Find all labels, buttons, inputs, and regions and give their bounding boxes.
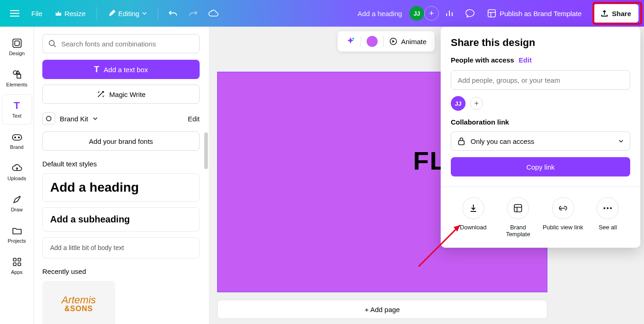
recent-font-thumbnail[interactable]: Artemis &SONS <box>42 281 115 324</box>
side-rail: Design Elements TText Brand Uploads Draw… <box>0 27 34 324</box>
rail-text[interactable]: TText <box>2 95 32 124</box>
divider <box>441 187 640 187</box>
share-button[interactable]: Share <box>593 4 638 23</box>
upload-icon <box>601 10 608 17</box>
animate-button[interactable]: Animate <box>384 31 432 51</box>
action-label: Brand Template <box>497 224 539 238</box>
folder-icon <box>12 227 22 235</box>
template-icon <box>514 204 522 212</box>
canvas-toolbar: Animate <box>338 31 435 51</box>
magic-write-button[interactable]: Magic Write <box>42 85 200 104</box>
rail-apps[interactable]: Apps <box>2 251 32 280</box>
svg-rect-0 <box>488 10 495 17</box>
rail-design[interactable]: Design <box>2 32 32 62</box>
add-body-style[interactable]: Add a little bit of body text <box>42 237 200 258</box>
file-menu[interactable]: File <box>26 4 48 23</box>
svg-rect-10 <box>13 263 16 266</box>
comments-button[interactable] <box>461 4 479 23</box>
scrollbar-thumb[interactable] <box>204 132 208 169</box>
search-input[interactable]: Search fonts and combinations <box>42 34 200 53</box>
insights-button[interactable] <box>441 4 459 23</box>
add-page-button[interactable]: + Add page <box>217 300 547 319</box>
magic-icon <box>97 90 105 98</box>
brand-template-action[interactable]: Brand Template <box>497 197 539 238</box>
search-icon <box>48 40 57 48</box>
add-member-button[interactable]: + <box>424 6 439 21</box>
undo-icon <box>168 10 178 17</box>
copy-link-button[interactable]: Copy link <box>451 157 630 176</box>
color-swatch <box>367 36 378 47</box>
public-view-action[interactable]: Public view link <box>542 197 584 238</box>
access-select[interactable]: Only you can access <box>451 131 630 151</box>
chevron-down-icon <box>619 140 623 142</box>
add-people-input[interactable]: Add people, groups, or your team <box>451 70 630 90</box>
chart-icon <box>446 10 454 17</box>
svg-rect-5 <box>12 135 22 140</box>
body-text: Add a little bit of body text <box>50 244 192 251</box>
default-styles-label: Default text styles <box>42 160 200 168</box>
people-access-label: People with access <box>451 56 514 64</box>
rail-uploads[interactable]: Uploads <box>2 157 32 187</box>
rail-label: Uploads <box>7 176 26 181</box>
svg-point-14 <box>352 38 354 40</box>
brand-kit-edit-button[interactable]: Edit <box>188 115 200 123</box>
undo-button[interactable] <box>164 4 182 23</box>
collab-link-label: Collaboration link <box>451 118 630 126</box>
download-icon <box>470 204 477 212</box>
divider <box>158 7 158 20</box>
design-icon <box>12 38 22 48</box>
rail-brand[interactable]: Brand <box>2 126 32 155</box>
rail-draw[interactable]: Draw <box>2 188 32 218</box>
share-popup: Share this design People with access Edi… <box>441 27 640 248</box>
hamburger-menu-button[interactable] <box>6 4 24 23</box>
search-placeholder: Search fonts and combinations <box>61 40 156 48</box>
rail-label: Brand <box>10 144 23 150</box>
svg-rect-2 <box>15 41 19 45</box>
top-bar: File Resize Editing JJ + Publish as Bran… <box>0 0 644 27</box>
add-brand-fonts-button[interactable]: Add your brand fonts <box>42 131 200 151</box>
cloud-upload-icon <box>12 164 22 172</box>
background-color-button[interactable] <box>361 31 383 51</box>
cloud-sync-button[interactable] <box>204 4 223 23</box>
resize-menu[interactable]: Resize <box>50 4 91 23</box>
brand-kit-icon[interactable] <box>42 112 55 125</box>
rail-label: Elements <box>6 82 28 87</box>
user-avatar[interactable]: JJ <box>409 6 424 21</box>
add-text-box-button[interactable]: T Add a text box <box>42 60 200 79</box>
menu-icon <box>10 10 19 17</box>
people-edit-button[interactable]: Edit <box>519 56 532 64</box>
publish-brand-template-button[interactable]: Publish as Brand Template <box>481 4 588 23</box>
template-icon <box>488 9 496 17</box>
share-add-person-button[interactable]: + <box>470 97 483 110</box>
see-all-action[interactable]: See all <box>587 197 628 238</box>
rail-elements[interactable]: Elements <box>2 63 32 93</box>
add-heading-style[interactable]: Add a heading <box>42 173 200 202</box>
chevron-down-icon[interactable] <box>93 117 98 120</box>
rail-label: Design <box>9 51 24 56</box>
rail-projects[interactable]: Projects <box>2 220 32 249</box>
resize-label: Resize <box>64 10 86 17</box>
design-title-input[interactable] <box>224 10 408 17</box>
svg-point-12 <box>49 40 54 45</box>
draw-icon <box>12 195 22 204</box>
pencil-icon <box>108 10 115 17</box>
svg-point-6 <box>14 136 16 138</box>
svg-rect-1 <box>13 39 21 47</box>
rail-label: Text <box>12 113 21 119</box>
share-avatar[interactable]: JJ <box>451 96 466 111</box>
redo-button[interactable] <box>184 4 202 23</box>
magic-write-label: Magic Write <box>109 91 146 98</box>
download-action[interactable]: Download <box>453 197 494 238</box>
svg-rect-16 <box>459 141 464 145</box>
action-label: Download <box>460 224 487 231</box>
add-people-placeholder: Add people, groups, or your team <box>458 76 560 84</box>
svg-point-20 <box>610 207 612 209</box>
editing-mode-button[interactable]: Editing <box>103 4 152 23</box>
cloud-icon <box>208 10 218 17</box>
svg-rect-8 <box>13 258 16 261</box>
animate-label: Animate <box>401 38 426 45</box>
editing-label: Editing <box>118 10 139 17</box>
add-subheading-style[interactable]: Add a subheading <box>42 207 200 232</box>
ai-tools-button[interactable] <box>340 31 361 51</box>
dots-icon <box>604 207 612 209</box>
